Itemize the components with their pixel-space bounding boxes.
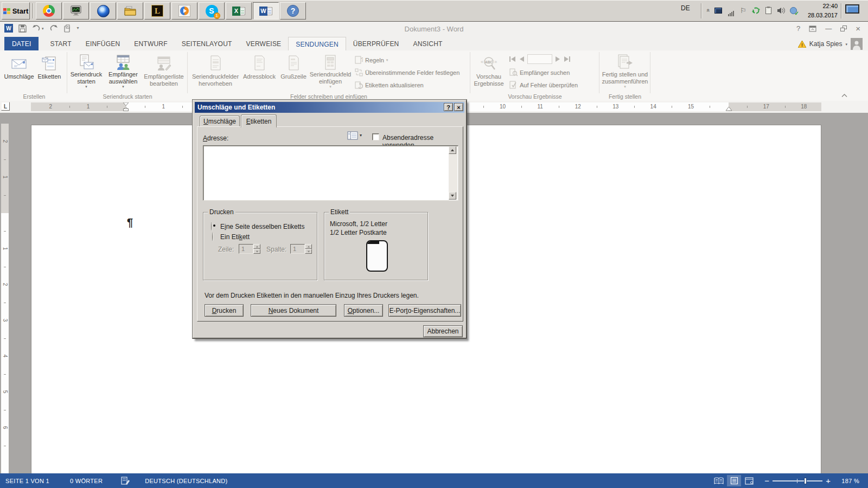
zoom-out-icon[interactable]: −: [757, 473, 773, 488]
ruler-number: 15: [688, 104, 693, 110]
tab-datei[interactable]: DATEI: [4, 37, 39, 50]
titlebar-help-icon[interactable]: ?: [796, 24, 800, 33]
ruler-tick: [785, 106, 786, 108]
tray-clipboard-icon[interactable]: [762, 4, 774, 16]
optionen-button[interactable]: Optionen...: [344, 304, 383, 317]
button-label: Grußzeile: [280, 73, 307, 80]
close-icon[interactable]: ×: [856, 24, 860, 33]
tab-selector[interactable]: L: [1, 102, 10, 111]
web-layout-icon[interactable]: [742, 475, 756, 486]
windows-logo-icon: [3, 8, 10, 14]
tab-ansicht[interactable]: ANSICHT: [406, 37, 449, 50]
zoom-in-icon[interactable]: +: [822, 473, 836, 488]
language-status[interactable]: DEUTSCH (DEUTSCHLAND): [139, 473, 233, 488]
start-button[interactable]: Start: [2, 2, 30, 20]
ruler-number: 17: [763, 104, 769, 110]
scroll-up-icon[interactable]: [449, 146, 456, 154]
zoom-level[interactable]: 187 %: [836, 473, 868, 488]
skype-badge: 1: [214, 12, 220, 19]
proofing-status-icon[interactable]: [116, 473, 135, 488]
taskbar-app-excel[interactable]: X: [226, 2, 252, 20]
ein-etikett-label[interactable]: Ein Etikett: [220, 233, 250, 241]
tab-verweise[interactable]: VERWEISE: [239, 37, 289, 50]
tray-separator: [701, 3, 702, 18]
show-desktop-icon[interactable]: [845, 4, 859, 14]
eine-seite-radio[interactable]: [211, 222, 212, 231]
empfaenger-auswaehlen-button[interactable]: Empfänger auswählen ▾: [105, 53, 141, 87]
language-indicator[interactable]: DE: [681, 4, 690, 12]
tab-überprüfen[interactable]: ÜBERPRÜFEN: [346, 37, 406, 50]
left-indent-marker[interactable]: [123, 108, 129, 111]
right-indent-marker[interactable]: [725, 106, 732, 111]
ruler-number: 10: [500, 104, 505, 110]
umschlaege-button[interactable]: Umschläge: [4, 53, 34, 87]
taskbar-app-system-monitor[interactable]: [63, 2, 89, 20]
button-label: Seriendruckfeld einfügen: [309, 71, 352, 85]
restore-icon[interactable]: [840, 25, 847, 31]
tab-sendungen[interactable]: SENDUNGEN: [288, 37, 346, 50]
zoom-slider[interactable]: [773, 477, 822, 485]
account-area[interactable]: ! Katja Spies ▾: [798, 38, 863, 50]
taskbar-app-help[interactable]: ?: [280, 2, 306, 20]
collapse-ribbon-icon[interactable]: [841, 93, 847, 98]
address-caret-icon[interactable]: ▾: [360, 133, 362, 138]
tray-network-icon[interactable]: [725, 4, 737, 16]
tray-display-icon[interactable]: [712, 4, 724, 16]
read-mode-icon[interactable]: [712, 475, 726, 486]
ruler-number: 5: [2, 388, 8, 396]
taskbar-app-media-player[interactable]: [90, 2, 116, 20]
taskbar-app-skype[interactable]: S 1: [199, 2, 225, 20]
ein-etikett-radio[interactable]: [212, 233, 213, 241]
abbrechen-button[interactable]: Abbrechen: [423, 325, 463, 337]
absenderadresse-checkbox[interactable]: [372, 133, 379, 140]
dialog-tab-etiketten[interactable]: Etiketten: [241, 114, 277, 127]
print-layout-icon[interactable]: [727, 475, 741, 486]
dialog-tab-umschlaege[interactable]: Umschläge: [200, 115, 240, 127]
taskbar-app-word[interactable]: W: [253, 2, 279, 20]
etiketten-button[interactable]: Etiketten: [35, 53, 64, 87]
last-record-icon: [564, 56, 570, 62]
record-navigator: [509, 54, 570, 64]
page-indicator[interactable]: SEITE 1 VON 1: [0, 473, 55, 488]
word-count[interactable]: 0 WÖRTER: [65, 473, 108, 488]
group-label-vorschau: Vorschau Ergebnisse: [471, 93, 598, 100]
ribbon-display-options-icon[interactable]: [809, 25, 816, 32]
spalte-down-icon: [305, 249, 312, 254]
address-block-icon: [251, 54, 267, 73]
tab-start[interactable]: START: [43, 37, 78, 50]
button-label: Regeln: [365, 57, 384, 63]
user-caret-icon[interactable]: ▾: [845, 42, 847, 46]
group-label-seriendruck: Seriendruck starten: [68, 93, 187, 100]
hidden-icons-chevron[interactable]: «: [705, 4, 712, 16]
tab-entwurf[interactable]: ENTWURF: [127, 37, 174, 50]
uebereinstimmende-felder-button: Übereinstimmende Felder festlegen: [355, 67, 459, 78]
eporto-eigenschaften-button[interactable]: E-Porto-Eigenschaften...: [388, 304, 461, 317]
insert-address-button[interactable]: ▾: [347, 131, 362, 140]
taskbar-app-file-manager[interactable]: [117, 2, 143, 20]
zoom-thumb[interactable]: [804, 478, 807, 484]
tray-volume-icon[interactable]: [775, 4, 787, 16]
dialog-close-button[interactable]: ×: [454, 103, 463, 111]
highlight-merge-fields-icon: [207, 54, 224, 73]
seriendruck-starten-button[interactable]: Seriendruck starten ▾: [69, 53, 103, 87]
dialog-help-button[interactable]: ?: [444, 103, 453, 111]
address-textarea[interactable]: [203, 145, 458, 201]
textarea-scrollbar[interactable]: [449, 146, 457, 200]
clock[interactable]: 22:40 28.03.2017: [802, 2, 838, 20]
eine-seite-label[interactable]: Eine Seite desselben Etiketts: [220, 223, 304, 230]
avatar[interactable]: [851, 38, 863, 50]
tray-update-icon[interactable]: ✓: [787, 4, 799, 16]
tray-sync-icon[interactable]: [750, 4, 762, 16]
scroll-down-icon[interactable]: [449, 192, 456, 200]
neues-dokument-button[interactable]: Neues Dokument: [251, 304, 336, 317]
tab-seitenlayout[interactable]: SEITENLAYOUT: [175, 37, 239, 50]
ruler-number: 6: [2, 424, 8, 432]
tab-einfügen[interactable]: EINFÜGEN: [79, 37, 127, 50]
minimize-icon[interactable]: —: [825, 25, 832, 33]
taskbar-app-chrome[interactable]: [36, 2, 62, 20]
drucken-button[interactable]: Drucken: [205, 304, 244, 317]
taskbar-app-league-of-legends[interactable]: L: [144, 2, 170, 20]
taskbar-app-windows-media-player[interactable]: [171, 2, 197, 20]
dropdown-caret-icon: ▾: [329, 85, 331, 88]
tray-flag-icon[interactable]: ⚐: [737, 4, 749, 16]
